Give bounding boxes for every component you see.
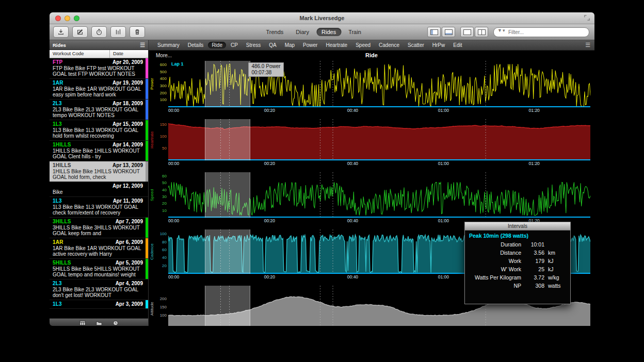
- ride-list-item[interactable]: 2L3Apr 18, 20092L3 Bike Bike 2L3 WORKOUT…: [50, 100, 148, 120]
- tooltip-time: 00:07:38: [251, 70, 280, 76]
- column-workout-code[interactable]: Workout Code: [50, 50, 110, 58]
- chart-tab-ride[interactable]: Ride: [208, 42, 226, 48]
- ride-list-item[interactable]: 1L3Apr 11, 20091L3 Bike Bike 1L3 WORKOUT…: [50, 197, 148, 218]
- intervals-tool-button[interactable]: [110, 26, 126, 38]
- stat-unit: w/kg: [544, 273, 566, 282]
- tiled-view-button[interactable]: [475, 27, 488, 37]
- chart-plot-heartrate[interactable]: [168, 119, 590, 160]
- toolbar-tabs: TrendsDiaryRidesTrain: [261, 28, 366, 36]
- chart-tab-qa[interactable]: QA: [265, 42, 280, 48]
- manual-entry-button[interactable]: [72, 26, 88, 38]
- toolbar-tab-train[interactable]: Train: [343, 28, 366, 36]
- xtick: 00:20: [264, 161, 275, 166]
- xtick: 00:40: [347, 108, 358, 113]
- chart-tab-edit[interactable]: Edit: [449, 42, 465, 48]
- download-ride-button[interactable]: [53, 26, 69, 38]
- ride-list-item[interactable]: 2L3Apr 4, 20092L3 Bike Bike 2L3 WORKOUT …: [50, 279, 148, 300]
- chart-tab-summary[interactable]: Summary: [154, 42, 183, 48]
- single-view-button[interactable]: [460, 27, 474, 37]
- lowbar-toggle-button[interactable]: [442, 27, 455, 37]
- delete-ride-button[interactable]: [130, 26, 145, 38]
- ride-list-item[interactable]: 1L3Apr 3, 2009: [50, 300, 148, 309]
- stopwatch-button[interactable]: [91, 26, 107, 38]
- chart-tab-stress[interactable]: Stress: [243, 42, 264, 48]
- chart-tab-speed[interactable]: Speed: [352, 42, 374, 48]
- interval-stat-row: Watts Per Kilogram3.72w/kg: [469, 273, 566, 282]
- xtick: 00:00: [168, 108, 179, 113]
- ride-color-stripe: [146, 120, 148, 140]
- xtick: 00:00: [168, 218, 179, 223]
- ytick: 100: [160, 232, 167, 236]
- ride-date: Apr 19, 2009: [112, 80, 143, 86]
- lowbar-layout-icon: [445, 29, 453, 35]
- sidebar-footer: [50, 318, 148, 326]
- ride-list-item[interactable]: 1L3Apr 15, 20091L3 Bike Bike 1L3 WORKOUT…: [50, 120, 148, 141]
- ytick: 50: [162, 180, 167, 185]
- yticks-speed: 605040302010: [155, 172, 168, 218]
- chart-tab-scatter[interactable]: Scatter: [404, 42, 428, 48]
- ride-list: FTPApr 20, 2009FTP Bike Bike FTP test WO…: [50, 58, 148, 318]
- ride-date: Apr 4, 2009: [116, 281, 143, 286]
- ytick: 10: [162, 208, 167, 213]
- ytick: 20: [162, 264, 167, 268]
- chart-tab-details[interactable]: Details: [184, 42, 207, 48]
- chart-menu-icon[interactable]: ☰: [585, 42, 594, 48]
- ride-list-item[interactable]: 1ARApr 19, 20091AR Bike Bike 1AR WORKOUT…: [50, 79, 148, 100]
- chart-tab-map[interactable]: Map: [281, 42, 298, 48]
- xtick: 01:00: [438, 274, 449, 279]
- clock-icon[interactable]: [112, 320, 119, 326]
- xtick: 00:40: [347, 218, 358, 223]
- ride-date: Apr 20, 2009: [112, 59, 143, 65]
- xtick: 01:00: [438, 161, 449, 166]
- chart-row-heartrate: Heartrate15010050: [149, 119, 594, 160]
- ride-list-item[interactable]: 1HILLSApr 14, 20091HILLS Bike Bike 1HILL…: [50, 141, 148, 161]
- ytick: 60: [162, 248, 167, 252]
- sidebar-toggle-button[interactable]: [427, 27, 441, 37]
- stopwatch-icon: [95, 28, 103, 36]
- intervals-popup-title[interactable]: Intervals: [465, 222, 570, 231]
- chart-plot-speed[interactable]: [168, 172, 590, 218]
- chart-tab-heartrate[interactable]: Heartrate: [322, 42, 351, 48]
- fullscreen-icon[interactable]: [584, 14, 590, 21]
- filter-input[interactable]: [493, 27, 589, 37]
- ride-description: 3HILLS Bike Bike 3HILLS WORKOUT GOAL kee…: [53, 225, 143, 236]
- ride-list-item[interactable]: 5HILLSApr 5, 20095HILLS Bike Bike 5HILLS…: [50, 259, 148, 279]
- ride-item-header: 5HILLSApr 5, 2009: [53, 260, 143, 266]
- ride-list-item[interactable]: Apr 12, 2009Bike: [50, 182, 148, 197]
- ride-list-item[interactable]: 3HILLSApr 7, 20093HILLS Bike Bike 3HILLS…: [50, 218, 148, 238]
- ride-list-item[interactable]: 1ARApr 6, 20091AR Bike Bike 1AR WORKOUT …: [50, 238, 148, 259]
- chart-tab-cp[interactable]: CP: [227, 42, 242, 48]
- stat-label: Work: [469, 257, 525, 265]
- stat-unit: km: [544, 249, 566, 257]
- ride-date: Apr 15, 2009: [112, 121, 143, 127]
- ride-code: 5HILLS: [53, 260, 71, 266]
- axis-label-speed: Speed: [149, 172, 155, 218]
- hover-tooltip: 486.0 Power00:07:38: [248, 62, 283, 77]
- ride-list-item[interactable]: FTPApr 20, 2009FTP Bike Bike FTP test WO…: [50, 58, 148, 79]
- stat-unit: kJ: [544, 265, 566, 273]
- folder-icon[interactable]: [96, 320, 102, 326]
- filter-funnel-icon[interactable]: ▼▾: [497, 28, 505, 33]
- ytick: 200: [160, 297, 167, 301]
- sidebar-menu-icon[interactable]: ☰: [140, 42, 145, 48]
- ride-list-item[interactable]: 1HILLSApr 13, 20091HILLS Bike Bike 1HILL…: [50, 161, 148, 182]
- intervals-popup: Intervals Peak 10min (298 watts) Duratio…: [464, 222, 571, 304]
- stat-label: Duration: [469, 240, 525, 249]
- column-date[interactable]: Date: [110, 50, 148, 58]
- main-toolbar: TrendsDiaryRidesTrain ▼▾: [50, 24, 594, 40]
- lap-label: Lap 1: [171, 61, 184, 67]
- chart-plot-power[interactable]: Lap 1486.0 Power00:07:38: [168, 61, 590, 107]
- calendar-icon[interactable]: [79, 320, 86, 326]
- interval-heading[interactable]: Peak 10min (298 watts): [469, 233, 566, 239]
- chart-tab-hrpw[interactable]: HrPw: [429, 42, 448, 48]
- ride-date: Apr 12, 2009: [112, 183, 143, 189]
- toolbar-tab-diary[interactable]: Diary: [291, 28, 314, 36]
- chart-tab-power[interactable]: Power: [299, 42, 321, 48]
- window-title: Mark Liversedge: [50, 15, 594, 21]
- ride-item-header: 2L3Apr 18, 2009: [53, 101, 143, 106]
- chart-tab-cadence[interactable]: Cadence: [375, 42, 403, 48]
- toolbar-tab-rides[interactable]: Rides: [316, 28, 341, 36]
- ride-code: 1HILLS: [53, 162, 71, 168]
- tooltip-value: 486.0 Power: [251, 63, 280, 70]
- toolbar-tab-trends[interactable]: Trends: [261, 28, 289, 36]
